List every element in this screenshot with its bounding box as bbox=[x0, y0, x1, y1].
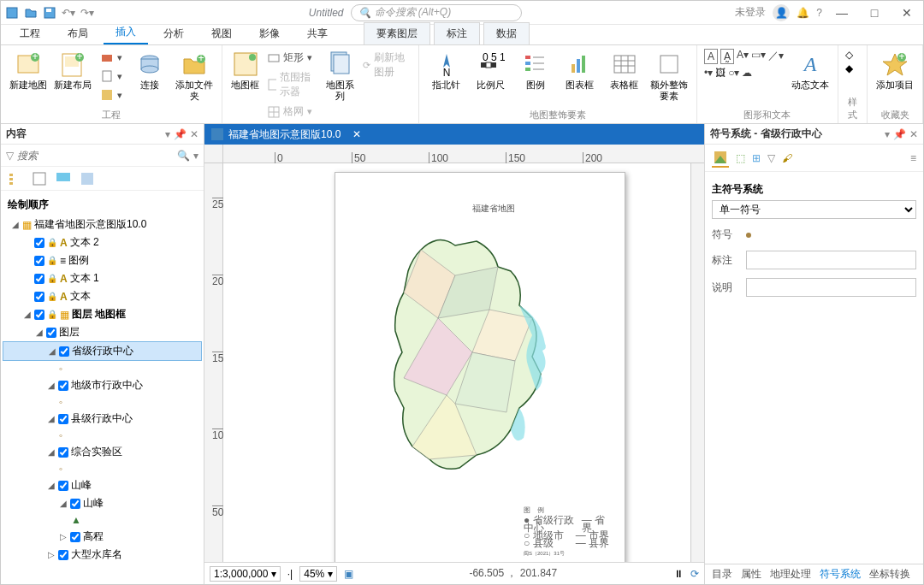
help-icon[interactable]: ? bbox=[816, 7, 822, 19]
filter-sym-icon[interactable]: ▽ bbox=[767, 152, 775, 164]
text-tool-icon[interactable]: A bbox=[704, 49, 718, 64]
notification-icon[interactable]: 🔔 bbox=[797, 7, 809, 19]
grid-button[interactable]: 格网 ▾ bbox=[264, 103, 320, 121]
text-curve-icon[interactable]: A̰ bbox=[720, 49, 734, 64]
point-draw-icon[interactable]: •▾ bbox=[704, 67, 713, 79]
list-by-editing-icon[interactable] bbox=[78, 169, 97, 188]
panel-dropdown-icon[interactable]: ▾ bbox=[165, 128, 170, 140]
contents-search[interactable] bbox=[17, 150, 174, 162]
task-icon[interactable]: ▾ bbox=[97, 68, 126, 85]
map-series-button[interactable]: 地图系列 bbox=[323, 49, 355, 103]
qat-new-icon[interactable] bbox=[4, 5, 20, 21]
symbology-type-select[interactable]: 单一符号 bbox=[712, 200, 916, 219]
bt-catalog[interactable]: 目录 bbox=[712, 567, 732, 582]
symbol-preview[interactable] bbox=[746, 233, 751, 238]
peak-sub-node[interactable]: ◢山峰 bbox=[3, 494, 202, 512]
layer-group-node[interactable]: ◢图层 bbox=[3, 323, 202, 341]
filter-icon[interactable]: ▽ bbox=[6, 150, 14, 162]
user-icon[interactable]: 👤 bbox=[773, 4, 790, 21]
city-symbol[interactable]: ◦ bbox=[3, 394, 202, 410]
text1-node[interactable]: 🔒A文本 1 bbox=[3, 269, 202, 287]
circle-draw-icon[interactable]: ○▾ bbox=[728, 67, 739, 79]
scale-bar-button[interactable]: 0 5 10比例尺 bbox=[471, 49, 512, 92]
cloud-icon[interactable]: ☁ bbox=[742, 67, 752, 79]
style-icon[interactable]: ◇ bbox=[845, 49, 853, 61]
reshape-button[interactable]: ⟳ 刷新地图册 bbox=[359, 49, 412, 81]
tab-project[interactable]: 工程 bbox=[8, 23, 52, 44]
import-icon[interactable]: ▾ bbox=[97, 86, 126, 103]
chart-frame-button[interactable]: 图表框 bbox=[560, 49, 601, 92]
text-node[interactable]: 🔒A文本 bbox=[3, 287, 202, 305]
tab-feature-layer[interactable]: 要素图层 bbox=[364, 22, 430, 44]
layout-canvas[interactable]: 福建省地图 图 例 ● 省级行政中心— 省界 bbox=[223, 163, 690, 562]
qat-undo-icon[interactable]: ↶▾ bbox=[61, 5, 76, 21]
map-frame-button[interactable]: 地图框 bbox=[229, 49, 261, 92]
legend-button[interactable]: 图例 bbox=[515, 49, 556, 92]
text-small-icon[interactable]: A▾ bbox=[737, 49, 749, 64]
tab-analysis[interactable]: 分析 bbox=[151, 23, 196, 44]
bt-geoprocessing[interactable]: 地理处理 bbox=[770, 567, 811, 582]
pause-icon[interactable]: ⏸ bbox=[673, 568, 684, 580]
zoom-selector[interactable]: 45% ▾ bbox=[299, 566, 336, 582]
extent-indicator-button[interactable]: 范围指示器 bbox=[264, 68, 320, 101]
tab-layout[interactable]: 布局 bbox=[56, 23, 100, 44]
text2-node[interactable]: 🔒A文本 2 bbox=[3, 233, 202, 251]
root-node[interactable]: ◢▦福建省地图示意图版10.0 bbox=[3, 216, 202, 233]
zone-node[interactable]: ◢综合实验区 bbox=[3, 443, 202, 461]
county-center-node[interactable]: ◢县级行政中心 bbox=[3, 410, 202, 428]
reservoir-node[interactable]: ▷大型水库名 bbox=[3, 546, 202, 564]
peak-symbol[interactable]: ▲ bbox=[3, 512, 202, 528]
picture-icon[interactable]: 🖼 bbox=[715, 67, 726, 79]
qat-save-icon[interactable] bbox=[42, 5, 57, 21]
add-item-button[interactable]: +添加项目 bbox=[874, 49, 915, 92]
menu-icon[interactable]: ≡ bbox=[910, 152, 916, 164]
prov-symbol[interactable]: ◦ bbox=[3, 361, 202, 376]
new-map-button[interactable]: +新建地图 bbox=[8, 49, 49, 92]
tab-share[interactable]: 共享 bbox=[295, 23, 340, 44]
add-folder-button[interactable]: +添加文件夹 bbox=[174, 49, 215, 103]
county-symbol[interactable]: ◦ bbox=[3, 428, 202, 443]
qat-redo-icon[interactable]: ↷▾ bbox=[80, 5, 95, 21]
zone-symbol[interactable]: ◦ bbox=[3, 461, 202, 476]
toolbox-icon[interactable]: ▾ bbox=[97, 49, 126, 66]
panel-dropdown-icon[interactable]: ▾ bbox=[885, 128, 890, 140]
layerframe-node[interactable]: ◢🔒▦图层 地图框 bbox=[3, 305, 202, 323]
zoom-tool-icon[interactable]: ▣ bbox=[344, 568, 353, 580]
command-search[interactable]: 🔍 命令搜索 (Alt+Q) bbox=[351, 4, 522, 21]
list-by-drawing-icon[interactable] bbox=[6, 169, 25, 188]
brush-icon[interactable]: 🖌 bbox=[782, 152, 792, 164]
connections-button[interactable]: 连接 bbox=[129, 49, 170, 92]
close-button[interactable]: ✕ bbox=[894, 2, 920, 24]
new-layout-button[interactable]: +新建布局 bbox=[52, 49, 93, 92]
panel-close-icon[interactable]: ✕ bbox=[909, 128, 918, 140]
tab-imagery[interactable]: 影像 bbox=[247, 23, 292, 44]
label-input[interactable] bbox=[746, 251, 916, 269]
rectangle-button[interactable]: 矩形 ▾ bbox=[264, 49, 320, 67]
table-frame-button[interactable]: 表格框 bbox=[604, 49, 645, 92]
vary-by-attribute-icon[interactable]: ⬚ bbox=[736, 152, 745, 164]
elev-node[interactable]: ▷高程 bbox=[3, 528, 202, 546]
rect-draw-icon[interactable]: ▭▾ bbox=[751, 49, 766, 64]
tab-close-icon[interactable]: ✕ bbox=[352, 128, 361, 140]
symbol-layers-icon[interactable]: ⊞ bbox=[752, 152, 761, 164]
dynamic-text-button[interactable]: A动态文本 bbox=[790, 49, 831, 92]
qat-open-icon[interactable] bbox=[23, 5, 38, 21]
tab-view[interactable]: 视图 bbox=[199, 23, 244, 44]
bt-transform[interactable]: 坐标转换 bbox=[869, 567, 910, 582]
list-by-selection-icon[interactable] bbox=[54, 169, 73, 188]
peak-node[interactable]: ◢山峰 bbox=[3, 476, 202, 494]
maximize-button[interactable]: □ bbox=[862, 2, 887, 24]
search-go-icon[interactable]: 🔍 bbox=[177, 150, 190, 162]
list-by-source-icon[interactable] bbox=[30, 169, 49, 188]
bt-attributes[interactable]: 属性 bbox=[741, 567, 761, 582]
north-arrow-button[interactable]: N指北针 bbox=[426, 49, 467, 92]
city-center-node[interactable]: ◢地级市行政中心 bbox=[3, 376, 202, 394]
scale-selector[interactable]: 1:3,000,000 ▾ bbox=[210, 566, 281, 582]
document-tab[interactable]: 福建省地图示意图版10.0 ✕ bbox=[204, 124, 368, 145]
panel-pin-icon[interactable]: 📌 bbox=[893, 128, 906, 140]
bt-symbology[interactable]: 符号系统 bbox=[820, 567, 861, 582]
desc-input[interactable] bbox=[746, 278, 916, 297]
minimize-button[interactable]: — bbox=[829, 2, 855, 24]
refresh-icon[interactable]: ⟳ bbox=[690, 568, 699, 580]
line-draw-icon[interactable]: ／▾ bbox=[768, 49, 784, 64]
